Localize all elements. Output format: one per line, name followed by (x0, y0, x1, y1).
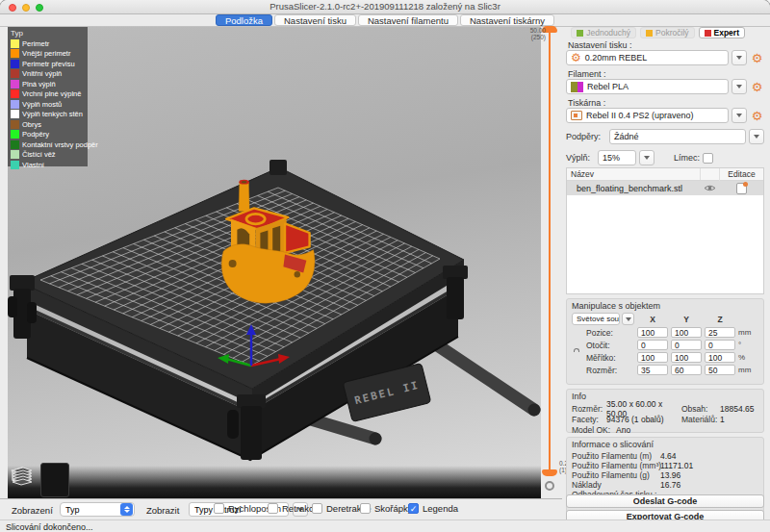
edit-column-header: Editace (719, 168, 763, 181)
legend-item-v-pl-tenk-ch-st-n: Výplň tenkých stěn (11, 110, 88, 120)
axis-header-z: Z (705, 315, 735, 324)
coordinates-combo[interactable]: Světové souřadnice (572, 313, 620, 325)
legend-item-label: Perimetr převisu (22, 60, 75, 68)
filament-combo[interactable]: Rebel PLA (566, 79, 729, 94)
object-list-row[interactable]: ben_floating_benchmark.stl (567, 181, 763, 195)
m-tko-x-input[interactable]: 100 (637, 352, 668, 363)
legenda-checkbox[interactable]: ✓ (408, 503, 419, 514)
minimize-button[interactable] (22, 4, 30, 12)
slider-top-layer: (250) (520, 34, 546, 40)
brim-checkbox[interactable] (703, 153, 713, 164)
print-settings-edit-button[interactable]: ⚙ (750, 50, 764, 65)
rychloposun-checkbox[interactable] (214, 503, 224, 514)
legend-item-perimetr-p-evisu: Perimetr převisu (11, 59, 88, 69)
legend-swatch (11, 110, 19, 118)
printer-dropdown-button[interactable] (732, 108, 747, 123)
sliced-info-value: 13.96 (660, 470, 758, 480)
supports-combo[interactable]: Žádné (609, 129, 746, 144)
rozm-r-z-input[interactable]: 50 (705, 365, 735, 375)
filament-edit-button[interactable]: ⚙ (750, 79, 764, 94)
filament-color-icon (571, 82, 583, 92)
sliced-info-row: Náklady16.76 (572, 480, 758, 490)
one-layer-mode-icon[interactable] (545, 481, 554, 491)
preview-view-button[interactable] (40, 463, 69, 497)
edit-object-button[interactable] (719, 183, 763, 194)
print-settings-label: Nastavení tisku : (568, 40, 632, 50)
manipulation-row-label: Pozice: (586, 328, 634, 338)
infill-dropdown-button[interactable] (639, 150, 654, 165)
pozice-y-input[interactable]: 100 (671, 327, 702, 338)
view-mode-buttons (10, 463, 69, 497)
mode-button-pokro-il[interactable]: Pokročilý (640, 27, 694, 38)
legend-item-label: Čistící věž (22, 150, 56, 159)
layer-slider-lower-handle[interactable] (542, 469, 557, 476)
tab-podlo-ka[interactable]: Podložka (216, 14, 272, 26)
rozm-r-y-input[interactable]: 60 (671, 365, 702, 375)
checkbox-sko-pky: Skořápky (360, 503, 413, 514)
infill-value: 15% (603, 153, 620, 163)
object-name: ben_floating_benchmark.stl (567, 184, 700, 193)
printer-label: Tiskárna : (568, 98, 605, 108)
eye-icon[interactable] (700, 184, 719, 192)
gear-icon: ⚙ (752, 81, 763, 93)
mode-button-expert[interactable]: Expert (699, 27, 745, 38)
legend-item-kontaktn-vrstvy-podp-r: Kontaktní vrstvy podpěr (11, 139, 88, 150)
layers-icon (10, 463, 35, 488)
deretrakce-checkbox[interactable] (312, 503, 322, 514)
tab-nastaven-filamentu[interactable]: Nastavení filamentu (358, 14, 458, 26)
tab-nastaven-tisku[interactable]: Nastavení tisku (274, 14, 356, 26)
send-gcode-button[interactable]: Odeslat G-code (566, 494, 764, 508)
legend-swatch (11, 49, 19, 58)
checkbox-label: Legenda (423, 503, 458, 514)
3d-viewport[interactable]: REBEL II (8, 27, 541, 498)
axis-header-y: Y (671, 315, 702, 324)
window-title: PrusaSlicer-2.1.0-rc2+-201909111218 zalo… (0, 0, 770, 13)
sko-pky-checkbox[interactable] (360, 503, 371, 514)
sliced-info-label: Náklady (572, 480, 660, 490)
m-tko-y-input[interactable]: 100 (671, 352, 702, 363)
model-ok-label: Model OK: (572, 425, 616, 435)
oto-it-z-input[interactable]: 0 (705, 340, 735, 350)
coordinates-select-wrap: Světové souřadnice (572, 313, 634, 325)
pozice-x-input[interactable]: 100 (637, 327, 668, 338)
print-settings-combo[interactable]: ⚙ 0.20mm REBEL (566, 50, 729, 65)
printer-combo[interactable]: Rebel II 0.4 PS2 (upraveno) (566, 108, 729, 123)
mode-button-jednoduch[interactable]: Jednoduchý (571, 27, 636, 38)
oto-it-x-input[interactable]: 0 (637, 340, 668, 350)
layer-slider-track[interactable] (549, 31, 551, 471)
m-tko-z-input[interactable]: 100 (705, 352, 735, 363)
view-type-select[interactable]: Typ (60, 502, 135, 517)
sliced-info-value: 11171.01 (660, 461, 758, 470)
tab-nastaven-tisk-rny[interactable]: Nastavení tiskárny (460, 14, 554, 26)
chevron-down-icon (754, 135, 759, 139)
view-label: Zobrazení (12, 505, 53, 516)
legend-item-label: Vrchní plné výplně (22, 89, 81, 98)
legend-item-label: Vnější perimetr (22, 49, 70, 58)
supports-value: Žádné (614, 132, 639, 141)
legend-item-label: Výplň tenkých stěn (22, 110, 83, 118)
close-button[interactable] (9, 4, 16, 12)
supports-dropdown-button[interactable] (749, 129, 764, 144)
retrakce-checkbox[interactable] (268, 503, 278, 514)
oto-it-y-input[interactable]: 0 (671, 340, 702, 350)
print-settings-dropdown-button[interactable] (732, 50, 747, 65)
rozm-r-x-input[interactable]: 35 (637, 365, 668, 375)
zoom-button[interactable] (36, 4, 43, 12)
checkbox-label: Skořápky (374, 503, 413, 514)
infill-combo[interactable]: 15% (598, 150, 636, 165)
mode-color-icon (705, 30, 711, 37)
extrusion-type-legend: Typ PerimetrVnější perimetrPerimetr přev… (8, 27, 88, 166)
object-manipulation-panel: Manipulace s objektem Světové souřadnice… (566, 298, 764, 385)
pozice-z-input[interactable]: 25 (705, 327, 735, 338)
statusbar: Slicování dokončeno... (0, 519, 770, 532)
unit-label: mm (738, 328, 757, 337)
brim-label: Límec: (674, 153, 700, 163)
filament-dropdown-button[interactable] (732, 79, 747, 94)
coordinates-dropdown-button[interactable] (622, 313, 634, 325)
print-settings-icon: ⚙ (571, 51, 581, 64)
legend-item-label: Kontaktní vrstvy podpěr (22, 140, 98, 149)
legend-swatch (11, 39, 19, 48)
legend-swatch (11, 130, 19, 139)
printer-edit-button[interactable]: ⚙ (750, 108, 764, 123)
3d-scene[interactable]: REBEL II (8, 27, 541, 498)
